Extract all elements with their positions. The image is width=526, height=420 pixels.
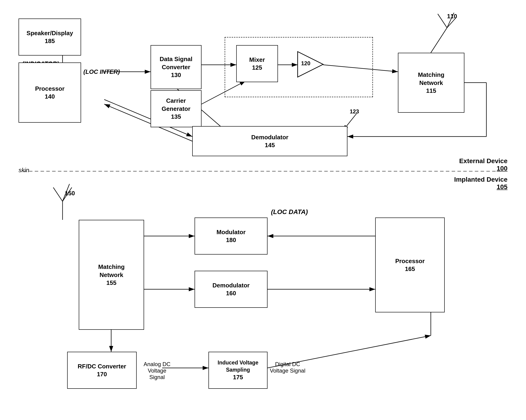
loc-data-label: (LOC DATA) [271,208,308,216]
modulator-180-label: Modulator [217,228,246,236]
svg-line-12 [438,14,447,28]
carrier-generator-block: CarrierGenerator 135 [151,90,202,127]
skin-label: skin [19,167,29,174]
modulator-180-num: 180 [226,236,236,244]
induced-voltage-label: Induced VoltageSampling [218,359,258,373]
antenna-110-label: 110 [447,13,457,20]
speaker-display-block: Speaker/Display 185 [19,19,81,56]
matching-network-155-label: MatchingNetwork [98,263,125,279]
demodulator-160-num: 160 [226,290,236,297]
carrier-generator-num: 135 [171,113,181,121]
matching-network-155-num: 155 [106,279,116,287]
rfdc-converter-num: 170 [97,371,107,378]
matching-network-115-block: MatchingNetwork 115 [398,53,464,113]
amp-120-label: 120 [301,60,310,67]
matching-network-115-num: 115 [426,87,436,95]
mixer-block: Mixer 125 [236,45,278,82]
mixer-label: Mixer [249,56,265,64]
modulator-180-block: Modulator 180 [194,217,268,254]
processor-165-block: Processor 165 [375,217,445,313]
demodulator-145-num: 145 [265,141,275,149]
demodulator-160-label: Demodulator [212,281,249,290]
demodulator-145-block: Demodulator 145 [192,126,347,156]
data-signal-converter-num: 130 [171,71,181,79]
rfdc-converter-label: RF/DC Converter [78,362,126,371]
analog-dc-label: Analog DCVoltageSignal [144,361,171,381]
matching-network-155-block: MatchingNetwork 155 [79,220,144,330]
external-device-num: 100 [459,165,507,172]
external-device-label: External Device 100 [459,157,507,172]
data-signal-converter-label: Data SignalConverter [160,55,192,71]
demodulator-160-block: Demodulator 160 [194,271,268,308]
speaker-display-num: 185 [45,37,55,45]
data-signal-converter-block: Data SignalConverter 130 [151,45,202,89]
speaker-display-label: Speaker/Display [27,29,73,37]
induced-voltage-num: 175 [233,373,243,381]
svg-line-22 [53,187,62,201]
num-123-label: 123 [350,108,359,115]
processor-140-block: Processor 140 [19,62,81,123]
processor-140-label: Processor [35,85,64,93]
carrier-generator-label: CarrierGenerator [162,97,190,113]
matching-network-115-label: MatchingNetwork [418,71,444,87]
processor-165-label: Processor [395,257,425,265]
processor-140-num: 140 [45,93,55,101]
diagram: Speaker/Display 185 (INDICATOR) Processo… [0,0,526,420]
loc-inter-label: (LOC INTER) [83,68,120,75]
antenna-150-label: 150 [65,190,75,197]
induced-voltage-block: Induced VoltageSampling 175 [208,352,268,389]
demodulator-145-label: Demodulator [251,133,288,141]
processor-165-num: 165 [405,265,415,273]
svg-line-10 [431,28,447,53]
implanted-device-num: 105 [454,183,507,191]
mixer-num: 125 [252,64,262,72]
rfdc-converter-block: RF/DC Converter 170 [67,352,137,389]
implanted-device-label: Implanted Device 105 [454,176,507,191]
digital-dc-label: Digital DCVoltage Signal [270,361,305,374]
